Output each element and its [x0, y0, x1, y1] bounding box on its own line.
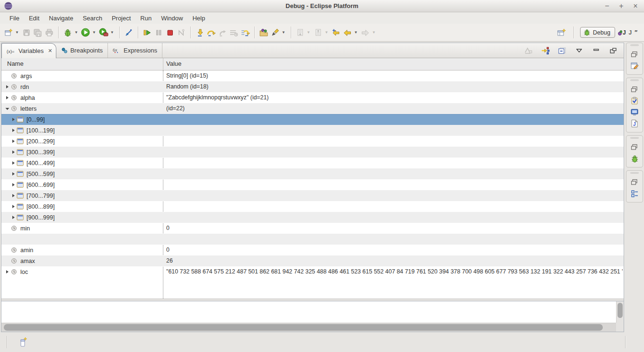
forward-dropdown-arrow[interactable]: ▼ [372, 30, 376, 35]
external-tools-dropdown-arrow[interactable]: ▼ [110, 30, 114, 35]
table-row[interactable]: [700...799] [1, 190, 624, 201]
table-row[interactable]: [300...399] [1, 147, 624, 158]
javadoc-view-button[interactable]: J [629, 118, 640, 129]
pause-button[interactable] [153, 26, 164, 39]
expand-arrow-icon[interactable] [12, 215, 15, 220]
expand-arrow-icon[interactable] [12, 183, 15, 187]
save-all-button[interactable] [32, 26, 44, 39]
use-step-filters-button[interactable] [240, 26, 251, 39]
trim-widget-icon[interactable] [20, 337, 27, 347]
run-dropdown-arrow[interactable]: ▼ [92, 30, 96, 35]
drop-to-frame-button[interactable] [228, 26, 240, 39]
outline-view-button[interactable] [629, 188, 640, 199]
column-header-name[interactable]: Name [7, 60, 24, 67]
maximize-window-button[interactable]: + [617, 2, 625, 10]
table-row[interactable]: [400...499] [1, 158, 624, 168]
close-window-button[interactable]: × [632, 2, 639, 10]
search-button[interactable] [269, 26, 281, 39]
restore-views-button[interactable] [629, 84, 640, 95]
search-dropdown-arrow[interactable]: ▼ [282, 30, 286, 35]
back-dropdown-arrow[interactable]: ▼ [354, 30, 358, 35]
menu-item-search[interactable]: Search [78, 13, 107, 23]
debug-dropdown-arrow[interactable]: ▼ [74, 30, 78, 35]
expand-arrow-icon[interactable] [12, 161, 15, 165]
editor-view-button[interactable] [629, 60, 640, 71]
resume-button[interactable] [142, 26, 153, 39]
expand-arrow-icon[interactable] [6, 85, 9, 89]
new-wizard-dropdown-arrow[interactable]: ▼ [15, 30, 19, 35]
expand-arrow-icon[interactable] [12, 204, 15, 209]
expand-arrow-icon[interactable] [12, 150, 15, 154]
menu-item-run[interactable]: Run [135, 13, 156, 23]
collapse-arrow-icon[interactable] [5, 107, 9, 110]
terminate-button[interactable] [164, 26, 176, 39]
menu-item-edit[interactable]: Edit [24, 13, 44, 23]
table-row[interactable]: argsString[0] (id=15) [1, 70, 624, 81]
expand-arrow-icon[interactable] [6, 270, 9, 274]
expand-arrow-icon[interactable] [12, 128, 15, 132]
step-into-button[interactable] [194, 26, 206, 39]
previous-annotation-button[interactable] [313, 26, 324, 39]
expand-arrow-icon[interactable] [12, 172, 15, 176]
expand-arrow-icon[interactable] [6, 96, 9, 100]
skip-all-breakpoints-button[interactable] [123, 26, 134, 39]
next-annotation-button[interactable] [295, 26, 306, 39]
table-row[interactable]: loc"610 732 588 674 575 212 487 501 862 … [1, 266, 624, 277]
minimize-window-button[interactable]: − [603, 2, 611, 10]
table-row[interactable]: [500...599] [1, 168, 624, 179]
column-header-value[interactable]: Value [166, 60, 181, 67]
detail-pane[interactable] [1, 301, 624, 332]
drag-handle[interactable] [630, 137, 639, 139]
run-button[interactable] [80, 26, 91, 39]
collapse-all-button[interactable] [556, 44, 568, 57]
expand-arrow-icon[interactable] [12, 194, 15, 198]
menu-item-help[interactable]: Help [188, 13, 210, 23]
expand-arrow-icon[interactable] [12, 117, 15, 122]
drag-handle[interactable] [630, 172, 639, 174]
table-row[interactable]: [100...199] [1, 125, 624, 136]
tab-variables[interactable]: (x)=Variables✕ [1, 43, 56, 58]
drag-handle[interactable] [630, 44, 639, 46]
save-button[interactable] [21, 26, 32, 39]
java-browsing-perspective-button[interactable]: J [629, 29, 632, 36]
table-row[interactable]: min0 [1, 223, 624, 234]
close-tab-icon[interactable]: ✕ [48, 48, 52, 54]
perspective-overflow[interactable]: ″ [635, 29, 637, 36]
table-row[interactable]: alpha"Zabcdefghijklmnopqrstuvwxyz" (id=2… [1, 92, 624, 103]
table-row[interactable] [1, 234, 624, 245]
print-button[interactable] [44, 26, 55, 39]
show-logical-structure-button[interactable] [539, 44, 551, 57]
table-row[interactable]: [200...299] [1, 136, 624, 147]
step-return-button[interactable] [217, 26, 228, 39]
restore-outline-button[interactable] [629, 176, 640, 188]
disconnect-button[interactable] [176, 26, 187, 39]
table-row[interactable]: rdnRandom (id=18) [1, 81, 624, 92]
scrollbar-thumb[interactable] [617, 303, 623, 318]
tasks-view-button[interactable] [629, 95, 640, 106]
detail-vertical-scrollbar[interactable] [616, 301, 624, 323]
debug-view-button[interactable] [629, 153, 640, 164]
column-divider[interactable] [163, 58, 163, 70]
table-row[interactable]: [600...699] [1, 179, 624, 190]
expand-arrow-icon[interactable] [12, 139, 15, 143]
table-row[interactable]: letters(id=22) [1, 103, 624, 114]
menu-item-project[interactable]: Project [107, 13, 135, 23]
table-row[interactable]: [900...999] [1, 212, 624, 223]
table-row[interactable]: amin0 [1, 245, 624, 255]
menu-item-window[interactable]: Window [156, 13, 188, 23]
restore-editor-button[interactable] [629, 49, 640, 60]
maximize-view-button[interactable] [608, 44, 619, 57]
detail-horizontal-scrollbar[interactable] [1, 323, 616, 332]
show-type-names-button[interactable] [522, 44, 534, 57]
debug-button[interactable] [62, 26, 73, 39]
last-edit-location-button[interactable] [330, 26, 341, 39]
debug-perspective-button[interactable]: Debug [580, 27, 615, 38]
restore-debug-button[interactable] [629, 141, 640, 153]
next-annotation-dropdown-arrow[interactable]: ▼ [307, 30, 311, 35]
tab-expressions[interactable]: 6xExpressions [108, 43, 162, 58]
java-perspective-button[interactable]: J [618, 29, 626, 36]
table-row[interactable]: [800...899] [1, 201, 624, 212]
table-row[interactable]: amax26 [1, 255, 624, 266]
new-wizard-button[interactable] [3, 26, 14, 39]
menu-item-file[interactable]: File [5, 13, 24, 23]
